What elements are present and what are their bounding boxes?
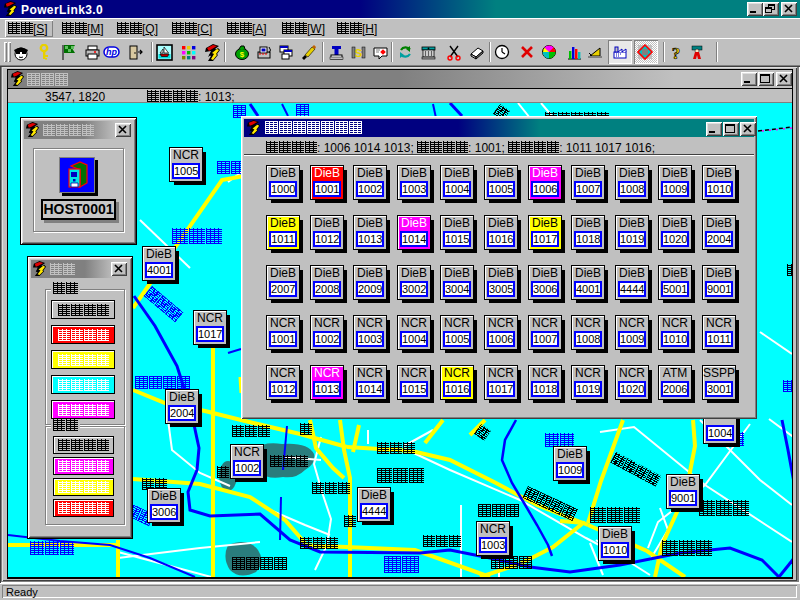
svg-text:S: S [355,47,362,59]
svg-text:hp: hp [106,47,117,57]
svg-text:?: ? [672,44,681,61]
svg-text:$: $ [240,50,245,59]
